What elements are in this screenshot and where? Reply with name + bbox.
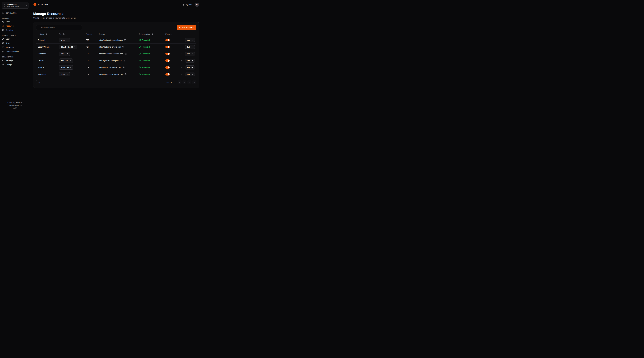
- edit-button[interactable]: Edit: [185, 66, 195, 70]
- column-label: Enabled: [166, 33, 172, 35]
- chevrons-up-down-icon: [25, 5, 27, 6]
- org-title: Organization: [7, 3, 17, 5]
- enabled-toggle[interactable]: [166, 59, 170, 62]
- edit-button[interactable]: Edit: [185, 59, 195, 63]
- sidebar-item-api-keys[interactable]: API Keys: [2, 58, 28, 63]
- copy-url-button[interactable]: [122, 46, 124, 48]
- pagination-next-button[interactable]: [188, 80, 191, 84]
- edit-label: Edit: [187, 46, 190, 48]
- edit-button[interactable]: Edit: [185, 45, 195, 49]
- arrow-right-icon: [191, 39, 193, 41]
- sidebar-item-roles[interactable]: Roles: [2, 41, 28, 45]
- site-name: Office: [61, 39, 66, 41]
- org-subtitle: milo@fossorial.io's ...: [7, 6, 22, 8]
- pagination-first-button[interactable]: [178, 80, 182, 84]
- site-name: Edge Device 01: [61, 46, 73, 48]
- page-size-select[interactable]: 20: [36, 80, 44, 84]
- sidebar-item-server-admin[interactable]: Server Admin: [2, 11, 28, 15]
- table-row: Nextcloud Office TCP https://nextcloud.e…: [36, 71, 196, 78]
- add-resource-button[interactable]: Add Resource: [176, 25, 196, 30]
- auth-status: Protected: [142, 60, 150, 62]
- pagination-last-button[interactable]: [192, 80, 196, 84]
- column-header-authentication[interactable]: Authentication: [137, 33, 164, 35]
- users-icon: [2, 38, 4, 40]
- sidebar-resize-handle[interactable]: [30, 54, 30, 57]
- column-header-name[interactable]: Name: [36, 33, 57, 35]
- site-link-button[interactable]: Office: [59, 52, 70, 56]
- sidebar-item-label: Invitations: [6, 46, 14, 49]
- resource-url: https://bitwarden.example.com: [99, 53, 123, 55]
- page-size-value: 20: [38, 81, 40, 83]
- site-link-button[interactable]: Edge Device 01: [59, 45, 78, 49]
- book-icon: [20, 105, 22, 106]
- user-avatar[interactable]: M: [195, 3, 199, 7]
- site-link-button[interactable]: AWS VPC: [59, 59, 73, 63]
- sidebar-item-resources[interactable]: Resources: [2, 24, 28, 28]
- copy-url-button[interactable]: [124, 39, 126, 41]
- copy-url-button[interactable]: [123, 59, 125, 62]
- edit-label: Edit: [187, 67, 190, 69]
- pagination-prev-button[interactable]: [182, 80, 186, 84]
- column-header-site[interactable]: Site: [57, 33, 84, 35]
- edit-label: Edit: [187, 60, 190, 62]
- documentation-link[interactable]: Documentation: [9, 104, 22, 106]
- copy-url-button[interactable]: [124, 53, 127, 55]
- resources-icon: [2, 25, 4, 27]
- sidebar-item-label: Resources: [6, 25, 14, 27]
- enabled-toggle[interactable]: [166, 66, 170, 69]
- row-actions-button[interactable]: [181, 46, 184, 48]
- resource-url: https://immich.example.com: [99, 66, 121, 69]
- resource-name: Battery Monitor: [36, 46, 57, 48]
- table-row: Bitwarden Office TCP https://bitwarden.e…: [36, 50, 196, 57]
- enabled-toggle[interactable]: [166, 39, 170, 41]
- pangolin-logo: [33, 3, 37, 7]
- sidebar-item-invitations[interactable]: Invitations: [2, 45, 28, 50]
- row-actions-button[interactable]: [181, 53, 184, 55]
- row-actions-button[interactable]: [181, 39, 184, 41]
- sidebar-item-users[interactable]: Users: [2, 37, 28, 41]
- sidebar-item-shareable-links[interactable]: Shareable Links: [2, 50, 28, 54]
- shield-check-icon: [139, 60, 141, 62]
- main-area: PANGOLIN System M Manage Resources Creat…: [30, 0, 202, 111]
- site-name: AWS VPC: [61, 60, 68, 62]
- community-edition-label: Community Edition: [8, 102, 20, 104]
- community-edition-link[interactable]: Community Edition: [8, 102, 23, 104]
- edit-button[interactable]: Edit: [185, 72, 195, 76]
- enabled-toggle[interactable]: [166, 53, 170, 55]
- sidebar-item-settings[interactable]: Settings: [2, 63, 28, 67]
- sort-icon: [151, 33, 153, 35]
- sidebar-item-sites[interactable]: Sites: [2, 20, 28, 24]
- column-header-access: Access: [97, 33, 137, 35]
- brand: PANGOLIN: [33, 3, 48, 7]
- copy-url-button[interactable]: [124, 73, 127, 76]
- auth-status: Protected: [142, 46, 150, 48]
- roles-icon: [2, 42, 4, 44]
- arrow-up-right-icon: [70, 60, 71, 61]
- auth-status: Protected: [142, 66, 150, 69]
- edit-button[interactable]: Edit: [185, 38, 195, 42]
- arrow-up-right-icon: [66, 53, 68, 55]
- sort-icon: [45, 33, 47, 35]
- sites-icon: [2, 21, 4, 23]
- theme-toggle[interactable]: System: [183, 4, 192, 6]
- topbar-right: System M: [183, 3, 199, 7]
- sidebar-item-domains[interactable]: Domains: [2, 28, 28, 32]
- enabled-toggle[interactable]: [166, 46, 170, 48]
- site-link-button[interactable]: Office: [59, 72, 70, 76]
- app-version: v1.7.0: [13, 107, 17, 109]
- site-link-button[interactable]: Home Lab: [59, 65, 73, 70]
- row-actions-button[interactable]: [181, 66, 184, 69]
- edit-button[interactable]: Edit: [185, 52, 195, 56]
- row-actions-button[interactable]: [181, 73, 184, 76]
- org-selector[interactable]: Organization milo@fossorial.io's ...: [2, 2, 28, 9]
- key-icon: [2, 59, 4, 62]
- search-input[interactable]: [41, 27, 81, 29]
- card-toolbar: Add Resource: [36, 25, 196, 30]
- row-actions-button[interactable]: [181, 59, 184, 62]
- copy-url-button[interactable]: [122, 66, 125, 69]
- site-link-button[interactable]: Office: [59, 38, 70, 42]
- column-header-enabled: Enabled: [164, 33, 179, 35]
- column-label: Authentication: [139, 33, 150, 35]
- table-row: Battery Monitor Edge Device 01 TCP https…: [36, 44, 196, 50]
- enabled-toggle[interactable]: [166, 73, 170, 76]
